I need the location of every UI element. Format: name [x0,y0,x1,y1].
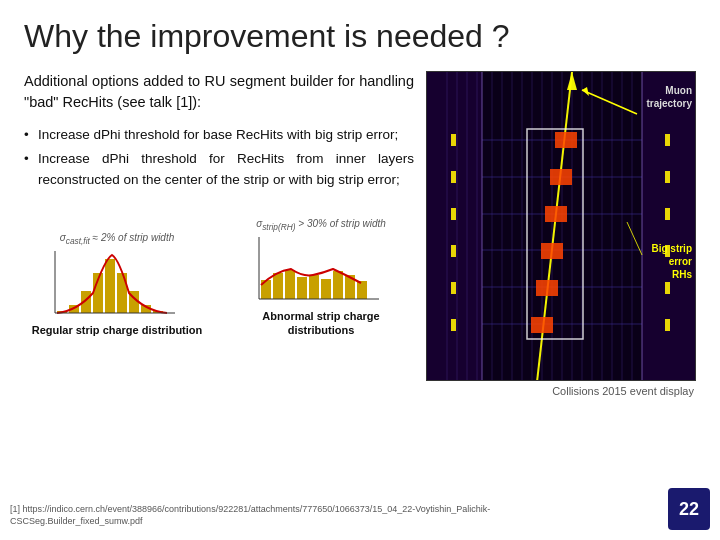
bullet-list: Increase dPhi threshold for base RecHits… [24,125,414,194]
svg-rect-15 [309,275,319,299]
chart1-label: σcast,fit ≈ 2% of strip width [60,232,175,246]
svg-rect-19 [357,281,367,299]
chart-abnormal: σstrip(RH) > 30% of strip width [228,218,414,338]
chart2-svg [251,235,391,305]
svg-rect-67 [550,169,572,185]
svg-text:RHs: RHs [672,269,692,280]
charts-row: σcast,fit ≈ 2% of strip width [24,218,414,338]
footnote: [1] https://indico.cern.ch/event/388966/… [10,503,610,528]
svg-text:error: error [669,256,692,267]
svg-rect-52 [451,134,456,146]
slide-number: 22 [668,488,710,530]
svg-rect-12 [273,273,283,299]
slide: Why the improvement is needed ? Addition… [0,0,720,540]
svg-rect-62 [665,282,670,294]
svg-rect-71 [531,317,553,333]
collision-label: Collisions 2015 event display [552,385,694,397]
svg-rect-17 [333,271,343,299]
svg-rect-57 [451,319,456,331]
content-area: Additional options added to RU segment b… [24,71,696,397]
svg-text:Big strip: Big strip [651,243,692,254]
left-panel: Additional options added to RU segment b… [24,71,414,397]
intro-text: Additional options added to RU segment b… [24,71,414,113]
svg-rect-58 [665,134,670,146]
svg-rect-24 [642,72,696,381]
svg-rect-54 [451,208,456,220]
bullet-item-1: Increase dPhi threshold for base RecHits… [24,125,414,145]
svg-rect-60 [665,208,670,220]
chart1-svg [47,249,187,319]
svg-rect-69 [541,243,563,259]
svg-text:trajectory: trajectory [646,98,692,109]
svg-text:Muon: Muon [665,85,692,96]
svg-rect-4 [105,259,115,313]
chart2-caption: Abnormal strip charge distributions [228,309,414,338]
chart-regular: σcast,fit ≈ 2% of strip width [24,232,210,337]
svg-rect-68 [545,206,567,222]
right-panel: Muon trajectory Big strip error RHs Coll… [424,71,696,397]
chart2-label: σstrip(RH) > 30% of strip width [256,218,386,232]
svg-rect-63 [665,319,670,331]
svg-rect-16 [321,279,331,299]
svg-rect-55 [451,245,456,257]
svg-rect-13 [285,270,295,299]
event-display: Muon trajectory Big strip error RHs [426,71,696,381]
svg-rect-59 [665,171,670,183]
event-display-svg: Muon trajectory Big strip error RHs [427,72,696,381]
bullet-item-2: Increase dPhi threshold for RecHits from… [24,149,414,190]
svg-rect-70 [536,280,558,296]
svg-rect-53 [451,171,456,183]
svg-rect-66 [555,132,577,148]
slide-title: Why the improvement is needed ? [24,18,696,55]
svg-rect-56 [451,282,456,294]
chart1-caption: Regular strip charge distribution [32,323,203,337]
svg-rect-23 [427,72,482,381]
svg-rect-14 [297,277,307,299]
